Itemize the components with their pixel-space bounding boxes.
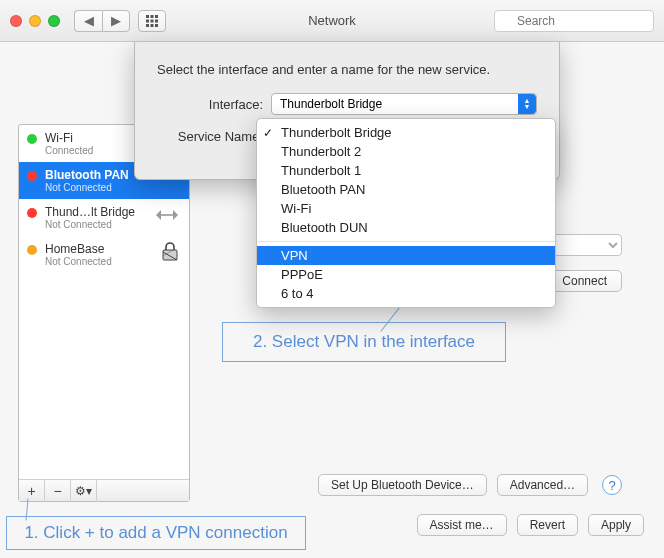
revert-button[interactable]: Revert xyxy=(517,514,578,536)
menu-item-vpn[interactable]: VPN xyxy=(257,246,555,265)
main-area: Wi-Fi Connected Bluetooth PAN Not Connec… xyxy=(0,42,664,558)
window-controls xyxy=(10,15,60,27)
status-dot-icon xyxy=(27,208,37,218)
lock-icon xyxy=(159,242,181,267)
advanced-button[interactable]: Advanced… xyxy=(497,474,588,496)
status-dot-icon xyxy=(27,245,37,255)
annotation-2: 2. Select VPN in the interface xyxy=(222,322,506,362)
service-status: Not Connected xyxy=(45,256,112,267)
service-row[interactable]: Thund…lt Bridge Not Connected xyxy=(19,199,189,236)
zoom-icon[interactable] xyxy=(48,15,60,27)
remove-service-button[interactable]: − xyxy=(45,480,71,502)
svg-rect-6 xyxy=(146,24,149,27)
menu-item[interactable]: Wi-Fi xyxy=(257,199,555,218)
setup-bluetooth-button[interactable]: Set Up Bluetooth Device… xyxy=(318,474,487,496)
service-name: Thund…lt Bridge xyxy=(45,205,135,219)
interface-popup[interactable]: Thunderbolt Bridge ▲▼ xyxy=(271,93,537,115)
svg-rect-4 xyxy=(151,19,154,22)
help-button[interactable]: ? xyxy=(602,475,622,495)
service-status: Connected xyxy=(45,145,93,156)
nav-buttons: ◀ ▶ xyxy=(74,10,130,32)
annotation-1: 1. Click + to add a VPN connection xyxy=(6,516,306,550)
search-wrap: 🔍 xyxy=(494,10,654,32)
svg-rect-8 xyxy=(155,24,158,27)
service-name: HomeBase xyxy=(45,242,112,256)
menu-item[interactable]: 6 to 4 xyxy=(257,284,555,303)
thunderbolt-bridge-icon xyxy=(153,206,181,229)
sheet-prompt: Select the interface and enter a name fo… xyxy=(157,62,537,77)
assist-button[interactable]: Assist me… xyxy=(417,514,507,536)
svg-rect-1 xyxy=(151,15,154,18)
svg-rect-2 xyxy=(155,15,158,18)
menu-item[interactable]: Bluetooth DUN xyxy=(257,218,555,237)
service-status: Not Connected xyxy=(45,219,135,230)
add-service-button[interactable]: + xyxy=(19,480,45,502)
minimize-icon[interactable] xyxy=(29,15,41,27)
svg-rect-7 xyxy=(151,24,154,27)
service-actions-button[interactable]: ⚙▾ xyxy=(71,480,97,502)
svg-rect-0 xyxy=(146,15,149,18)
close-icon[interactable] xyxy=(10,15,22,27)
menu-item[interactable]: Thunderbolt 2 xyxy=(257,142,555,161)
advanced-row: Set Up Bluetooth Device… Advanced… ? xyxy=(318,474,622,496)
menu-separator xyxy=(257,241,555,242)
service-list-footer: + − ⚙▾ xyxy=(19,479,189,501)
forward-button[interactable]: ▶ xyxy=(102,10,130,32)
checkmark-icon: ✓ xyxy=(263,126,273,140)
menu-item[interactable]: ✓Thunderbolt Bridge xyxy=(257,123,555,142)
service-list: Wi-Fi Connected Bluetooth PAN Not Connec… xyxy=(18,124,190,502)
interface-label: Interface: xyxy=(157,97,271,112)
status-dot-icon xyxy=(27,171,37,181)
titlebar: ◀ ▶ Network 🔍 xyxy=(0,0,664,42)
svg-rect-5 xyxy=(155,19,158,22)
service-name-label: Service Name: xyxy=(157,129,271,144)
status-dot-icon xyxy=(27,134,37,144)
show-all-button[interactable] xyxy=(138,10,166,32)
menu-item[interactable]: Bluetooth PAN xyxy=(257,180,555,199)
back-button[interactable]: ◀ xyxy=(74,10,102,32)
search-input[interactable] xyxy=(494,10,654,32)
menu-item[interactable]: Thunderbolt 1 xyxy=(257,161,555,180)
apply-button[interactable]: Apply xyxy=(588,514,644,536)
service-name: Bluetooth PAN xyxy=(45,168,129,182)
service-name: Wi-Fi xyxy=(45,131,93,145)
interface-menu[interactable]: ✓Thunderbolt Bridge Thunderbolt 2 Thunde… xyxy=(256,118,556,308)
popup-arrows-icon: ▲▼ xyxy=(518,94,536,114)
menu-item[interactable]: PPPoE xyxy=(257,265,555,284)
connect-button[interactable]: Connect xyxy=(547,270,622,292)
svg-rect-3 xyxy=(146,19,149,22)
service-status: Not Connected xyxy=(45,182,129,193)
apply-row: Assist me… Revert Apply xyxy=(417,514,644,536)
service-row[interactable]: HomeBase Not Connected xyxy=(19,236,189,273)
interface-popup-value: Thunderbolt Bridge xyxy=(280,97,382,111)
